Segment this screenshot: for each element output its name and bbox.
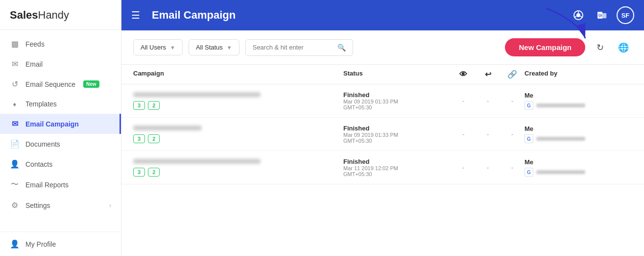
status-label: Finished	[343, 125, 451, 132]
user-avatar[interactable]: SF	[617, 6, 634, 24]
new-badge: New	[83, 80, 99, 88]
col-status: Status	[343, 70, 451, 79]
feeds-icon: ▩	[10, 39, 20, 49]
outlook-icon[interactable]: Ol	[593, 6, 611, 24]
campaign-badges: 3 2	[133, 101, 343, 110]
sidebar-item-feeds[interactable]: ▩ Feeds	[0, 34, 121, 54]
sidebar-item-templates[interactable]: ⬧ Templates	[0, 94, 121, 114]
google-icon: G	[525, 101, 533, 110]
badge-3: 3	[133, 168, 145, 177]
table-row[interactable]: 3 2 Finished Mar 09 2019 01:33 PM GMT+05…	[121, 84, 644, 118]
refresh-icon: ↻	[596, 42, 604, 53]
status-cell: Finished Mar 09 2019 01:33 PM GMT+05:30	[343, 91, 451, 110]
email-icon: ✉	[10, 59, 20, 69]
all-status-label: All Status	[196, 44, 223, 51]
chrome-icon[interactable]	[570, 6, 587, 24]
campaign-name-cell: 3 2	[133, 92, 343, 110]
status-label: Finished	[343, 91, 451, 99]
created-me: Me	[525, 92, 632, 99]
col-campaign: Campaign	[133, 70, 343, 79]
logo-bold: Sales	[10, 9, 38, 21]
creator-info: G	[525, 101, 632, 110]
toolbar: All Users ▼ All Status ▼ 🔍 New Campaign	[121, 30, 644, 65]
creator-name-blurred	[536, 103, 585, 107]
campaign-name-cell: 3 2	[133, 159, 343, 177]
campaign-name-blurred	[133, 159, 261, 164]
created-by-cell: Me G	[525, 158, 632, 177]
creator-info: G	[525, 168, 632, 177]
sidebar-item-label: Email Sequence	[25, 80, 75, 88]
creator-name-blurred	[536, 170, 585, 174]
sidebar-item-label: Settings	[25, 202, 50, 209]
badge-3: 3	[133, 134, 145, 143]
campaign-badges: 3 2	[133, 134, 343, 143]
status-date: Mar 11 2019 12:02 PM	[343, 165, 451, 171]
email-reports-icon: 〜	[10, 179, 20, 190]
sidebar-item-my-profile[interactable]: 👤 My Profile	[0, 234, 121, 254]
templates-icon: ⬧	[10, 100, 20, 108]
col-created-by: Created by	[525, 70, 632, 79]
status-label: Finished	[343, 158, 451, 165]
table-row[interactable]: 3 2 Finished Mar 09 2019 01:33 PM GMT+05…	[121, 118, 644, 151]
logo-light: Handy	[38, 9, 70, 21]
search-input[interactable]	[253, 44, 334, 51]
links-cell: -	[500, 130, 525, 138]
search-box: 🔍	[245, 39, 353, 56]
refresh-button[interactable]: ↻	[591, 39, 609, 56]
sidebar-item-contacts[interactable]: 👤 Contacts	[0, 154, 121, 174]
new-campaign-button[interactable]: New Campaign	[505, 38, 585, 56]
badge-2: 2	[148, 134, 160, 143]
creator-name-blurred	[536, 137, 585, 141]
sidebar-item-label: Email Reports	[25, 181, 69, 189]
campaign-name-cell: 3 2	[133, 126, 343, 143]
globe-icon: 🌐	[618, 42, 629, 53]
status-cell: Finished Mar 11 2019 12:02 PM GMT+05:30	[343, 158, 451, 177]
sidebar: SalesHandy ▩ Feeds ✉ Email ↺ Email Seque…	[0, 0, 121, 256]
email-sequence-icon: ↺	[10, 79, 20, 89]
google-icon: G	[525, 168, 533, 177]
campaign-name-blurred	[133, 92, 261, 97]
sidebar-item-label: Email Campaign	[25, 120, 79, 128]
table-header: Campaign Status 👁 ↩ 🔗 Created by	[121, 65, 644, 84]
created-by-cell: Me G	[525, 125, 632, 143]
globe-button[interactable]: 🌐	[615, 39, 632, 56]
app-logo: SalesHandy	[0, 0, 121, 30]
campaign-name-blurred	[133, 126, 202, 130]
sidebar-item-label: Contacts	[25, 160, 52, 168]
creator-info: G	[525, 134, 632, 143]
badge-3: 3	[133, 101, 145, 110]
page-title: Email Campaign	[152, 9, 562, 22]
status-date: Mar 09 2019 01:33 PM	[343, 132, 451, 138]
created-me: Me	[525, 158, 632, 166]
sidebar-item-documents[interactable]: 📄 Documents	[0, 134, 121, 154]
sidebar-item-email-reports[interactable]: 〜 Email Reports	[0, 174, 121, 195]
all-users-label: All Users	[141, 44, 166, 51]
status-cell: Finished Mar 09 2019 01:33 PM GMT+05:30	[343, 125, 451, 144]
my-profile-icon: 👤	[10, 239, 20, 249]
replies-cell: -	[476, 97, 500, 105]
status-timezone: GMT+05:30	[343, 138, 451, 144]
sidebar-item-email-campaign[interactable]: ✉ Email Campaign	[0, 114, 121, 134]
links-cell: -	[500, 97, 525, 105]
contacts-icon: 👤	[10, 159, 20, 169]
menu-icon[interactable]: ☰	[131, 9, 140, 21]
sidebar-item-email-sequence[interactable]: ↺ Email Sequence New	[0, 74, 121, 94]
all-users-dropdown[interactable]: All Users ▼	[133, 39, 183, 55]
svg-point-1	[576, 13, 580, 17]
campaign-table: Campaign Status 👁 ↩ 🔗 Created by 3 2 Fin…	[121, 65, 644, 256]
search-icon: 🔍	[337, 44, 346, 51]
main-content: ☰ Email Campaign Ol SF	[121, 0, 644, 256]
badge-2: 2	[148, 168, 160, 177]
views-cell: -	[451, 164, 476, 172]
sidebar-item-label: Feeds	[25, 40, 45, 48]
views-cell: -	[451, 130, 476, 138]
sidebar-item-settings[interactable]: ⚙ Settings ›	[0, 195, 121, 215]
table-row[interactable]: 3 2 Finished Mar 11 2019 12:02 PM GMT+05…	[121, 151, 644, 184]
col-links: 🔗	[500, 70, 525, 79]
documents-icon: 📄	[10, 139, 20, 149]
created-by-cell: Me G	[525, 92, 632, 110]
settings-arrow-icon: ›	[109, 202, 111, 209]
all-status-dropdown[interactable]: All Status ▼	[189, 39, 239, 55]
sidebar-item-email[interactable]: ✉ Email	[0, 54, 121, 74]
status-date: Mar 09 2019 01:33 PM	[343, 99, 451, 104]
